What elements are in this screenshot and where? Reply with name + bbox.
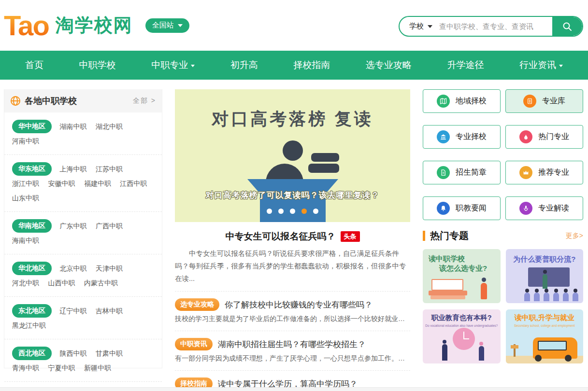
divider bbox=[175, 370, 410, 371]
region-link[interactable]: 新疆中职 bbox=[84, 361, 111, 375]
site-logo[interactable]: Tao 淘学校网 bbox=[4, 12, 133, 40]
region-link[interactable]: 河北中职 bbox=[12, 276, 39, 290]
region-link[interactable]: 陕西中职 bbox=[59, 346, 86, 361]
region-link[interactable]: 湖北中职 bbox=[96, 119, 123, 134]
region-link[interactable]: 北京中职 bbox=[59, 261, 86, 276]
headline-badge: 头条 bbox=[341, 231, 360, 242]
nav-item-industry-news[interactable]: 行业资讯 bbox=[519, 59, 563, 71]
news-item: 中职资讯 湖南中职招往届生吗？有哪些学校招生？ 有一部分同学因为成绩不理想，产生… bbox=[175, 337, 410, 364]
region-selector-button[interactable]: 全国站 bbox=[145, 18, 189, 33]
topics-more-link[interactable]: 更多> bbox=[566, 232, 583, 240]
region-block-huazhong: 华中地区 湖南中职 湖北中职 河南中职 bbox=[4, 112, 162, 155]
quicklink-major-interpretation[interactable]: 专业解读 bbox=[505, 196, 583, 220]
search-category-dropdown[interactable]: 学校 bbox=[400, 22, 439, 31]
region-link[interactable]: 吉林中职 bbox=[96, 304, 123, 318]
region-badge[interactable]: 东北地区 bbox=[12, 304, 52, 318]
sidebar-header: 各地中职学校 全部 > bbox=[4, 89, 162, 112]
topic-card-study-employment[interactable]: 读中职,升学与就业 Secondary school, college and … bbox=[506, 309, 584, 363]
region-link[interactable]: 辽宁中职 bbox=[59, 304, 86, 318]
region-link[interactable]: 广西中职 bbox=[96, 219, 123, 233]
region-link[interactable]: 江西中职 bbox=[120, 176, 147, 191]
nav-item-junior-to-senior[interactable]: 初升高 bbox=[230, 59, 258, 71]
nav-label: 中职专业 bbox=[151, 59, 188, 71]
map-icon bbox=[437, 95, 450, 108]
nav-item-majors[interactable]: 中职专业 bbox=[151, 59, 195, 71]
quicklink-recommended-majors[interactable]: 推荐专业 bbox=[505, 161, 583, 184]
news-title[interactable]: 湖南中职招往届生吗？有哪些学校招生？ bbox=[218, 339, 366, 350]
quicklink-region-school[interactable]: 地域择校 bbox=[423, 89, 501, 113]
carousel-dot-active[interactable] bbox=[301, 209, 307, 214]
search-input[interactable] bbox=[439, 22, 552, 30]
region-link[interactable]: 青海中职 bbox=[12, 361, 39, 375]
carousel-dot[interactable] bbox=[267, 209, 272, 214]
region-badge[interactable]: 华南地区 bbox=[12, 219, 52, 233]
region-link[interactable]: 黑龙江中职 bbox=[12, 318, 46, 333]
region-link[interactable]: 江苏中职 bbox=[96, 162, 123, 176]
teacher-illustration bbox=[543, 274, 547, 289]
quicklink-major-library[interactable]: 专业库 bbox=[505, 89, 583, 113]
carousel-dot[interactable] bbox=[278, 209, 284, 214]
region-block-huabei: 华北地区 北京中职 天津中职 河北中职 山西中职 内蒙古中职 bbox=[4, 254, 162, 297]
region-link[interactable]: 广东中职 bbox=[59, 219, 86, 233]
blackboard-illustration bbox=[528, 267, 570, 287]
quicklink-label: 地域择校 bbox=[456, 96, 487, 106]
regions-sidebar: 各地中职学校 全部 > 华中地区 湖南中职 湖北中职 河南中职 华东地区 上海中… bbox=[4, 89, 162, 368]
carousel-dot[interactable] bbox=[313, 209, 318, 214]
topic-card-vocational-bachelor[interactable]: 职业教育也有本科? Do vocational education also h… bbox=[423, 309, 501, 363]
region-link[interactable]: 内蒙古中职 bbox=[84, 276, 118, 290]
nav-item-home[interactable]: 首页 bbox=[25, 59, 43, 71]
chevron-down-icon bbox=[178, 24, 183, 27]
region-badge[interactable]: 华北地区 bbox=[12, 262, 52, 275]
search-button[interactable] bbox=[552, 17, 582, 36]
headline-title[interactable]: 中专女生可以报名征兵吗？ bbox=[226, 230, 336, 243]
region-link[interactable]: 湖南中职 bbox=[59, 119, 86, 134]
region-link[interactable]: 宁夏中职 bbox=[48, 361, 75, 375]
topic-card-title: 职业教育也有本科? bbox=[423, 309, 501, 322]
news-title[interactable]: 你了解技校中比较赚钱的专业有哪些吗？ bbox=[225, 299, 373, 310]
sidebar-all-link[interactable]: 全部 > bbox=[133, 97, 156, 105]
topic-card-title: 读中职学校 bbox=[429, 254, 465, 263]
clock-illustration bbox=[453, 328, 475, 350]
chevron-down-icon bbox=[191, 65, 195, 67]
nav-label: 行业资讯 bbox=[519, 59, 556, 71]
bus-wheel-illustration bbox=[565, 355, 572, 362]
region-link[interactable]: 浙江中职 bbox=[12, 176, 39, 191]
quicklink-admission-brochure[interactable]: 招生简章 bbox=[423, 161, 501, 184]
news-tag[interactable]: 中职资讯 bbox=[175, 338, 213, 350]
signpost-illustration bbox=[514, 344, 516, 357]
region-link[interactable]: 海南中职 bbox=[12, 233, 39, 248]
carousel-dot[interactable] bbox=[290, 209, 295, 214]
nav-item-pathways[interactable]: 升学途径 bbox=[447, 59, 484, 71]
divider bbox=[175, 331, 410, 331]
catalog-icon bbox=[523, 95, 536, 108]
news-tag[interactable]: 选专业攻略 bbox=[175, 298, 219, 311]
region-link[interactable]: 河南中职 bbox=[12, 134, 39, 148]
books-illustration bbox=[431, 279, 463, 291]
nav-item-school-guide[interactable]: 择校指南 bbox=[293, 59, 330, 71]
region-link[interactable]: 天津中职 bbox=[96, 261, 123, 276]
nav-item-schools[interactable]: 中职学校 bbox=[79, 59, 116, 71]
flame-icon bbox=[519, 130, 532, 143]
news-excerpt: 有一部分同学因为成绩不理想，产生了厌学心理，一心只想早点参加工作。由... bbox=[175, 354, 410, 363]
banner-title: 对口高考落榜 复读 bbox=[175, 108, 410, 130]
quicklink-hot-majors[interactable]: 热门专业 bbox=[505, 125, 583, 149]
region-link[interactable]: 安徽中职 bbox=[48, 176, 75, 191]
quicklink-vocational-news[interactable]: 职教要闻 bbox=[423, 196, 501, 220]
nav-item-major-strategy[interactable]: 选专业攻略 bbox=[366, 59, 412, 71]
topic-card-diversion[interactable]: 为什么要普职分流? bbox=[506, 249, 584, 303]
region-link[interactable]: 山西中职 bbox=[48, 276, 75, 290]
region-badge[interactable]: 西北地区 bbox=[12, 347, 52, 360]
nav-label: 选专业攻略 bbox=[366, 59, 412, 71]
region-link[interactable]: 上海中职 bbox=[59, 162, 86, 176]
region-link[interactable]: 福建中职 bbox=[84, 176, 111, 191]
carousel-banner[interactable]: 对口高考落榜 复读 对口高考落榜了可以复读吗？该去哪里复读？ bbox=[175, 89, 410, 222]
region-link[interactable]: 山东中职 bbox=[12, 191, 39, 205]
region-block-huadong: 华东地区 上海中职 江苏中职 浙江中职 安徽中职 福建中职 江西中职 山东中职 bbox=[4, 155, 162, 212]
person-illustration bbox=[442, 344, 447, 361]
topic-card-subtitle: Secondary school, college and employment bbox=[506, 324, 584, 327]
quicklink-major-school[interactable]: 专业择校 bbox=[423, 125, 501, 149]
topic-card-choose-major[interactable]: 读中职学校该怎么选专业? bbox=[423, 249, 501, 303]
region-badge[interactable]: 华东地区 bbox=[12, 162, 52, 176]
region-badge[interactable]: 华中地区 bbox=[12, 120, 52, 133]
region-link[interactable]: 甘肃中职 bbox=[96, 346, 123, 361]
